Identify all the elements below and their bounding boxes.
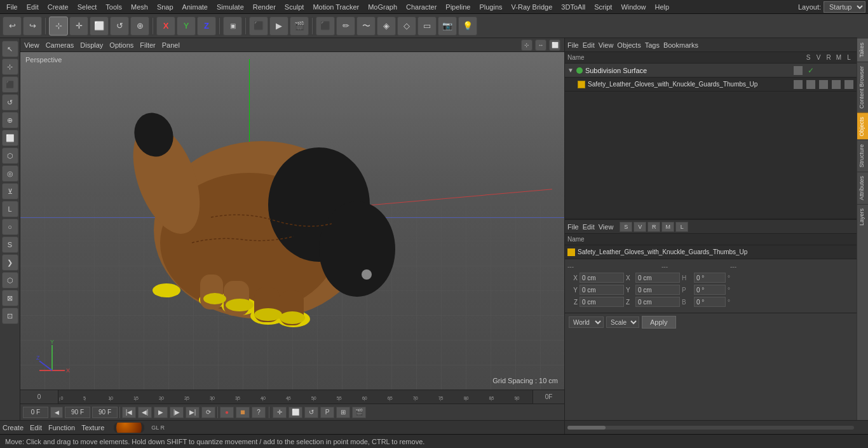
tab-objects[interactable]: Objects (857, 112, 868, 140)
menu-mograph[interactable]: MoGraph (364, 2, 401, 12)
frame-end-input[interactable] (65, 407, 90, 418)
loop-btn[interactable]: ⟳ (201, 407, 215, 418)
attr-z-scale[interactable] (635, 297, 680, 307)
render-picture-button[interactable]: 🎬 (290, 17, 309, 36)
light-button[interactable]: 💡 (458, 17, 477, 36)
obj-objects-menu[interactable]: Objects (617, 41, 641, 49)
menu-character[interactable]: Character (402, 2, 440, 12)
attr-x-pos[interactable] (580, 273, 624, 283)
model-mode-button[interactable]: ▣ (223, 17, 242, 36)
menu-simulate[interactable]: Simulate (213, 2, 248, 12)
attr-p-val[interactable] (694, 285, 726, 295)
tab-layers[interactable]: Layers (857, 204, 868, 229)
attr-mode-l[interactable]: L (675, 222, 688, 232)
attr-y-pos[interactable] (580, 285, 624, 295)
sidebar-btn-15[interactable]: ⊠ (2, 290, 18, 306)
apply-button[interactable]: Apply (642, 316, 676, 329)
menu-create[interactable]: Create (44, 2, 72, 12)
obj-item-subdivision[interactable]: ▼ Subdivision Surface ✓ (565, 64, 857, 78)
tab-content-browser[interactable]: Content Browser (857, 62, 868, 112)
attr-h-val[interactable] (694, 273, 726, 283)
sidebar-btn-16[interactable]: ⊡ (2, 308, 18, 324)
go-start-btn[interactable]: |◀ (122, 407, 136, 418)
sidebar-btn-6[interactable]: ⬜ (2, 130, 18, 146)
menu-vray[interactable]: V-Ray Bridge (508, 2, 557, 12)
viewport[interactable]: Perspective Grid Spacing : 10 cm Y X Z (20, 52, 564, 390)
tab-attributes[interactable]: Attributes (857, 172, 868, 204)
attr-mode-v[interactable]: V (634, 222, 646, 232)
y-axis-button[interactable]: Y (177, 17, 196, 36)
layout-dropdown[interactable]: Startup (824, 1, 865, 13)
obj-item2-m[interactable] (832, 80, 841, 89)
camera-button[interactable]: 📷 (438, 17, 457, 36)
menu-edit[interactable]: Edit (23, 2, 43, 12)
key-all-btn[interactable]: ⊞ (336, 407, 350, 418)
menu-mesh[interactable]: Mesh (127, 2, 152, 12)
attr-mode-r[interactable]: R (648, 222, 660, 232)
redo-button[interactable]: ↪ (23, 17, 42, 36)
menu-sculpt[interactable]: Sculpt (281, 2, 308, 12)
x-axis-button[interactable]: X (156, 17, 175, 36)
attr-edit-menu[interactable]: Edit (583, 223, 595, 231)
sidebar-btn-14[interactable]: ⬡ (2, 272, 18, 288)
sidebar-btn-4[interactable]: ↺ (2, 94, 18, 111)
move-tool-button[interactable]: ✛ (69, 17, 88, 36)
transform-tool-button[interactable]: ⊕ (130, 17, 149, 36)
mat-edit-menu[interactable]: Edit (30, 424, 42, 431)
sidebar-btn-3[interactable]: ⬛ (2, 76, 18, 93)
obj-item2-l[interactable] (844, 80, 853, 89)
viewport-ctrl-2[interactable]: ↔ (535, 39, 546, 51)
menu-file[interactable]: File (3, 2, 22, 12)
sidebar-btn-11[interactable]: ○ (2, 219, 18, 235)
sidebar-btn-7[interactable]: ⬡ (2, 147, 18, 164)
move-key-btn[interactable]: ✛ (273, 407, 287, 418)
viewport-ctrl-1[interactable]: ⊹ (521, 39, 532, 51)
attr-view-menu[interactable]: View (599, 223, 614, 231)
menu-pipeline[interactable]: Pipeline (442, 2, 474, 12)
sidebar-btn-5[interactable]: ⊕ (2, 112, 18, 128)
menu-3dtoall[interactable]: 3DToAll (557, 2, 589, 12)
scale-tool-button[interactable]: ⬜ (90, 17, 109, 36)
frame-end2-input[interactable] (92, 407, 118, 418)
menu-window[interactable]: Window (617, 2, 649, 12)
menu-tools[interactable]: Tools (102, 2, 126, 12)
viewport-menu-cameras[interactable]: Cameras (46, 41, 74, 49)
param-key-btn[interactable]: P (320, 407, 334, 418)
attr-file-menu[interactable]: File (567, 223, 579, 231)
attr-b-val[interactable] (694, 297, 726, 307)
sidebar-btn-9[interactable]: ⊻ (2, 183, 18, 200)
go-end-btn[interactable]: ▶| (186, 407, 200, 418)
play-btn[interactable]: ▶ (154, 407, 168, 418)
scrollbar-track[interactable] (567, 426, 854, 430)
render-view-button[interactable]: ▶ (269, 17, 288, 36)
record-btn[interactable]: ● (220, 407, 234, 418)
obj-item-glove[interactable]: Safety_Leather_Gloves_with_Knuckle_Guard… (565, 78, 857, 92)
viewport-ctrl-3[interactable]: ⬜ (549, 39, 560, 51)
select-tool-button[interactable]: ⊹ (49, 17, 68, 36)
viewport-menu-display[interactable]: Display (80, 41, 103, 49)
obj-tags-menu[interactable]: Tags (645, 41, 660, 49)
attr-object-row[interactable]: Safety_Leather_Gloves_with_Knuckle_Guard… (565, 245, 857, 259)
obj-item2-s[interactable] (794, 80, 803, 89)
obj-item2-v[interactable] (806, 80, 815, 89)
sidebar-btn-2[interactable]: ⊹ (2, 58, 18, 75)
mat-create-menu[interactable]: Create (3, 424, 24, 431)
pen-button[interactable]: ✏ (336, 17, 355, 36)
rotate-tool-button[interactable]: ↺ (110, 17, 129, 36)
attr-mode-m[interactable]: M (661, 222, 674, 232)
rotate-key-btn[interactable]: ↺ (304, 407, 318, 418)
expand-icon[interactable]: ▼ (567, 67, 574, 74)
scale-dropdown[interactable]: Scale (606, 316, 639, 328)
viewport-menu-options[interactable]: Options (109, 41, 133, 49)
step-fwd-btn[interactable]: |▶ (170, 407, 184, 418)
frame-start-input[interactable] (23, 407, 48, 418)
menu-select[interactable]: Select (74, 2, 101, 12)
scale-key-btn[interactable]: ⬜ (288, 407, 302, 418)
attr-x-scale[interactable] (635, 273, 680, 283)
attr-y-scale[interactable] (635, 285, 680, 295)
world-dropdown[interactable]: World Object (569, 316, 604, 328)
sidebar-btn-10[interactable]: L (2, 201, 18, 217)
sidebar-btn-1[interactable]: ↖ (2, 41, 18, 57)
sidebar-btn-12[interactable]: S (2, 236, 18, 253)
mat-texture-menu[interactable]: Texture (81, 424, 104, 431)
